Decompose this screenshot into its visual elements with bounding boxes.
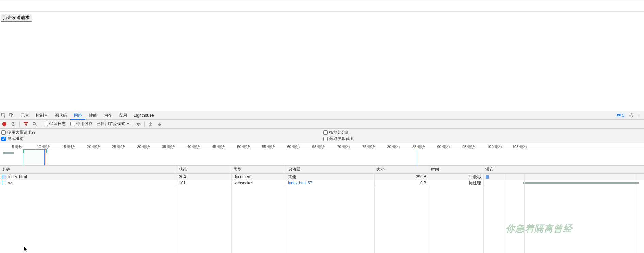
timeline-tick: 10 毫秒	[37, 144, 50, 149]
timeline-tick: 80 毫秒	[387, 144, 400, 149]
cell-waterfall	[483, 174, 644, 180]
timeline-tick: 35 毫秒	[162, 144, 175, 149]
svg-point-14	[138, 125, 139, 126]
table-row[interactable]: index.html 304 document 其他 296 B 9 毫秒	[0, 174, 644, 180]
cell-initiator: 其他	[286, 174, 374, 180]
tab-application[interactable]: 应用	[115, 111, 130, 120]
disable-cache-label: 停用缓存	[76, 121, 93, 127]
timeline-tick: 40 毫秒	[187, 144, 200, 149]
throttling-dropdown[interactable]: 已停用节流模式	[97, 121, 129, 127]
timeline-tick: 90 毫秒	[437, 144, 450, 149]
clear-icon[interactable]	[10, 120, 17, 128]
export-har-icon[interactable]	[156, 120, 163, 128]
column-initiator[interactable]: 启动器	[286, 166, 374, 173]
initiator-link[interactable]: index.html:57	[288, 181, 312, 185]
cell-time: 9 毫秒	[429, 174, 483, 180]
timeline-tick: 55 毫秒	[262, 144, 275, 149]
preserve-log-label: 保留日志	[49, 121, 66, 127]
cell-status: 304	[177, 174, 231, 180]
cell-initiator: index.html:57	[286, 180, 374, 186]
group-by-frame-checkbox[interactable]: 按框架分组	[323, 130, 643, 135]
request-name: index.html	[8, 174, 27, 179]
group-by-frame-label: 按框架分组	[329, 130, 350, 135]
websocket-icon	[2, 181, 6, 185]
cell-type: websocket	[231, 180, 286, 186]
timeline-tick: 75 毫秒	[362, 144, 375, 149]
show-overview-label: 显示概览	[7, 136, 23, 142]
timeline-tick: 50 毫秒	[237, 144, 250, 149]
document-icon	[2, 175, 6, 179]
cell-status: 101	[177, 180, 231, 186]
column-size[interactable]: 大小	[374, 166, 429, 173]
cell-size: 296 B	[374, 174, 429, 180]
watermark-text: 你急着隔离曾经	[506, 223, 573, 235]
send-request-button[interactable]: 点击发送请求	[1, 14, 32, 22]
tab-network[interactable]: 网络	[70, 111, 85, 120]
timeline-tick: 15 毫秒	[62, 144, 75, 149]
network-view-options: 使用大量请求行 显示概览 按框架分组 截取屏幕截图	[0, 129, 644, 143]
cell-waterfall	[483, 180, 644, 186]
record-button[interactable]	[1, 120, 8, 128]
timeline-tick: 100 毫秒	[487, 144, 502, 149]
svg-point-7	[639, 113, 639, 114]
cell-type: document	[231, 174, 286, 180]
tab-performance[interactable]: 性能	[85, 111, 100, 120]
screenshots-checkbox[interactable]: 截取屏幕截图	[323, 136, 643, 142]
timeline-tick: 25 毫秒	[112, 144, 125, 149]
requests-table-body: index.html 304 document 其他 296 B 9 毫秒 ws…	[0, 174, 644, 253]
requests-table-header: 名称 状态 类型 启动器 大小 时间 瀑布	[0, 166, 644, 174]
network-conditions-icon[interactable]	[134, 120, 142, 128]
column-type[interactable]: 类型	[231, 166, 286, 173]
tab-sources[interactable]: 源代码	[51, 111, 70, 120]
timeline-tick: 60 毫秒	[287, 144, 300, 149]
timeline-overview[interactable]: 5 毫秒10 毫秒15 毫秒20 毫秒25 毫秒30 毫秒35 毫秒40 毫秒4…	[0, 143, 644, 166]
mouse-cursor-icon	[24, 246, 28, 252]
chevron-down-icon	[127, 123, 129, 125]
import-har-icon[interactable]	[147, 120, 155, 128]
devtools-tabs: 元素 控制台 源代码 网络 性能 内存 应用 Lighthouse 1	[0, 111, 644, 120]
tab-memory[interactable]: 内存	[100, 111, 115, 120]
timeline-tick: 5 毫秒	[12, 144, 22, 149]
settings-icon[interactable]	[628, 111, 635, 119]
column-name[interactable]: 名称	[0, 166, 177, 173]
cell-size: 0 B	[374, 180, 429, 186]
column-status[interactable]: 状态	[177, 166, 231, 173]
svg-rect-4	[618, 115, 620, 115]
svg-rect-3	[617, 114, 620, 116]
show-overview-checkbox[interactable]: 显示概览	[1, 136, 321, 142]
large-rows-checkbox[interactable]: 使用大量请求行	[1, 130, 321, 135]
screenshots-label: 截取屏幕截图	[329, 136, 354, 142]
more-menu-icon[interactable]	[635, 111, 643, 119]
issues-count: 1	[622, 113, 624, 117]
filter-icon[interactable]	[22, 120, 30, 128]
issues-chip[interactable]: 1	[615, 113, 626, 118]
inspect-element-icon[interactable]	[0, 111, 7, 119]
tab-elements[interactable]: 元素	[17, 111, 32, 120]
svg-line-13	[35, 124, 37, 126]
device-toggle-icon[interactable]	[7, 111, 15, 119]
network-toolbar: 保留日志 停用缓存 已停用节流模式	[0, 120, 644, 129]
throttling-label: 已停用节流模式	[97, 121, 125, 127]
svg-point-12	[33, 122, 35, 125]
timeline-tick: 65 毫秒	[312, 144, 325, 149]
tab-console[interactable]: 控制台	[32, 111, 51, 120]
timeline-tick: 105 毫秒	[512, 144, 527, 149]
svg-point-8	[639, 115, 639, 115]
cell-time: 待处理	[429, 180, 483, 186]
column-time[interactable]: 时间	[429, 166, 483, 173]
table-row[interactable]: ws 101 websocket index.html:57 0 B 待处理	[0, 180, 644, 186]
timeline-tick: 30 毫秒	[137, 144, 150, 149]
column-waterfall[interactable]: 瀑布	[483, 166, 644, 173]
svg-rect-5	[618, 115, 619, 116]
timeline-tick: 85 毫秒	[412, 144, 425, 149]
svg-point-6	[631, 115, 632, 116]
preserve-log-checkbox[interactable]: 保留日志	[44, 121, 66, 127]
cell-name: index.html	[0, 174, 177, 180]
timeline-tick: 70 毫秒	[337, 144, 350, 149]
timeline-tick: 95 毫秒	[462, 144, 475, 149]
svg-line-11	[12, 123, 15, 125]
tab-lighthouse[interactable]: Lighthouse	[130, 111, 157, 120]
timeline-tick: 20 毫秒	[87, 144, 100, 149]
disable-cache-checkbox[interactable]: 停用缓存	[70, 121, 93, 127]
search-icon[interactable]	[31, 120, 38, 128]
